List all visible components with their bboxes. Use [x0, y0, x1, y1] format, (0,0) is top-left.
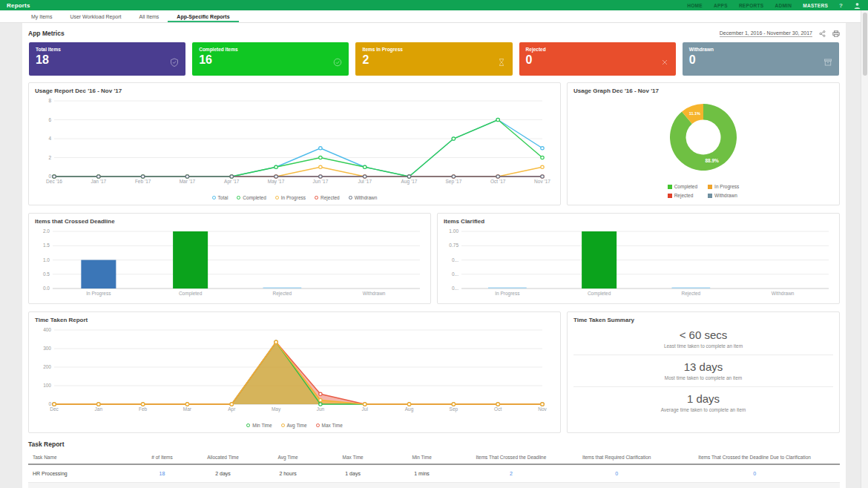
- scrollbar-thumb[interactable]: [863, 13, 867, 76]
- column-header-of-items: # of Items: [134, 451, 191, 464]
- legend-label: Withdrawn: [355, 195, 378, 200]
- legend-label: Avg Time: [287, 423, 307, 428]
- summary-block-1: 13 daysMost time taken to complete an it…: [573, 355, 833, 387]
- time-taken-report-title: Time Taken Report: [35, 317, 554, 323]
- svg-text:4: 4: [48, 136, 51, 141]
- card-value: 16: [199, 53, 342, 67]
- svg-text:Jun: Jun: [317, 406, 325, 412]
- metric-card-withdrawn[interactable]: Withdrawn0: [683, 42, 839, 76]
- svg-text:May '17: May '17: [268, 179, 285, 185]
- legend-swatch: [668, 194, 672, 198]
- legend-label: Min Time: [252, 423, 272, 428]
- summary-block-2: 1 daysAverage time taken to complete an …: [573, 387, 833, 418]
- column-header-min-time: Min Time: [385, 451, 458, 464]
- nav-item-masters[interactable]: MASTERS: [803, 3, 828, 8]
- legend-item-in-progress[interactable]: In Progress: [275, 195, 306, 200]
- legend-item-completed[interactable]: Completed: [668, 184, 697, 189]
- svg-text:Oct '17: Oct '17: [490, 179, 506, 184]
- crossed-deadline-panel: Items that Crossed Deadline 0.00.51.01.5…: [28, 213, 431, 304]
- legend-swatch: [246, 423, 250, 427]
- shield-icon: [170, 56, 179, 70]
- content-panel: App Metrics December 1, 2016 - November …: [22, 23, 846, 488]
- nav-item-apps[interactable]: APPS: [714, 3, 728, 8]
- legend-label: Total: [218, 195, 228, 200]
- user-icon[interactable]: [854, 2, 861, 9]
- svg-text:0.75: 0.75: [449, 243, 458, 248]
- svg-text:300: 300: [43, 346, 51, 351]
- print-icon[interactable]: [832, 30, 840, 37]
- tab-all-items[interactable]: All Items: [131, 10, 168, 22]
- table-row: HR Processing182 days2 hours1 days1 mins…: [28, 464, 840, 483]
- svg-text:May: May: [272, 406, 281, 412]
- svg-text:400: 400: [43, 327, 51, 332]
- svg-text:Sep: Sep: [450, 406, 458, 412]
- summary-value: 1 days: [573, 392, 833, 405]
- table-cell-link[interactable]: 0: [669, 464, 840, 483]
- metric-card-completed-items[interactable]: Completed Items16: [192, 42, 349, 76]
- column-header-task-name: Task Name: [28, 451, 134, 464]
- legend-item-rejected[interactable]: Rejected: [315, 195, 340, 200]
- legend-item-completed[interactable]: Completed: [237, 195, 266, 200]
- table-cell: 1 days: [320, 464, 386, 483]
- svg-text:Rejected: Rejected: [273, 291, 292, 297]
- legend-swatch: [349, 196, 352, 200]
- svg-text:0.0: 0.0: [43, 286, 50, 291]
- card-value: 2: [362, 53, 505, 67]
- svg-text:0...: 0...: [452, 271, 458, 277]
- legend-label: Rejected: [320, 195, 340, 200]
- time-taken-summary-panel: Time Taken Summary < 60 secsLeast time t…: [567, 311, 840, 433]
- tab-user-workload-report[interactable]: User Workload Report: [61, 10, 130, 22]
- usage-graph-donut-chart: 88.9%11.1%: [573, 96, 833, 178]
- legend-item-min-time[interactable]: Min Time: [246, 423, 272, 428]
- tab-my-items[interactable]: My Items: [22, 10, 61, 22]
- column-header-avg-time: Avg Time: [255, 451, 320, 464]
- legend-swatch: [212, 196, 216, 200]
- crossed-deadline-title: Items that Crossed Deadline: [35, 218, 424, 225]
- time-taken-row: Time Taken Report 0100200300400DecJanFeb…: [28, 311, 840, 433]
- svg-text:11.1%: 11.1%: [689, 111, 700, 116]
- legend-item-total[interactable]: Total: [212, 195, 228, 200]
- metric-card-total-items[interactable]: Total Items18: [29, 42, 185, 76]
- usage-report-panel: Usage Report Dec '16 - Nov '17 02468Dec …: [28, 82, 561, 205]
- card-label: Rejected: [526, 47, 669, 52]
- table-cell-link[interactable]: 0: [564, 464, 669, 483]
- svg-text:Apr: Apr: [228, 406, 236, 412]
- legend-item-withdrawn[interactable]: Withdrawn: [708, 193, 739, 198]
- legend-swatch: [237, 196, 240, 200]
- legend-item-max-time[interactable]: Max Time: [316, 423, 343, 428]
- metric-card-rejected[interactable]: Rejected0: [519, 42, 676, 76]
- legend-item-withdrawn[interactable]: Withdrawn: [349, 195, 378, 200]
- table-cell-link[interactable]: 18: [134, 464, 191, 483]
- summary-value: < 60 secs: [573, 329, 833, 341]
- svg-text:100: 100: [43, 383, 51, 388]
- share-icon[interactable]: [819, 30, 826, 37]
- legend-item-rejected[interactable]: Rejected: [668, 193, 697, 198]
- nav-item-reports[interactable]: REPORTS: [739, 3, 764, 8]
- page-title: App Metrics: [28, 30, 65, 37]
- column-header-allocated-time: Allocated Time: [191, 451, 256, 464]
- nav-item-home[interactable]: HOME: [687, 3, 703, 8]
- help-icon[interactable]: ?: [839, 2, 843, 9]
- metric-card-items-in-progress[interactable]: Items In Progress2: [355, 42, 512, 76]
- svg-text:Jun '17: Jun '17: [313, 179, 329, 184]
- legend-item-avg-time[interactable]: Avg Time: [281, 423, 307, 428]
- table-next-row-strip: [28, 483, 840, 488]
- items-clarified-panel: Items Clarified 0...0...0...0.751.00In P…: [437, 213, 840, 304]
- legend-item-in-progress[interactable]: In Progress: [708, 184, 739, 189]
- tab-app-specific-reports[interactable]: App-Specific Reports: [168, 10, 238, 22]
- hourglass-icon: [497, 56, 506, 70]
- legend-swatch: [275, 196, 279, 200]
- card-label: Items In Progress: [362, 47, 505, 52]
- table-cell-link[interactable]: 2: [458, 464, 564, 483]
- top-nav: HOMEAPPSREPORTSADMINMASTERS ?: [687, 2, 861, 9]
- date-range-picker[interactable]: December 1, 2016 - November 30, 2017: [720, 30, 812, 37]
- svg-text:1.00: 1.00: [449, 228, 458, 234]
- legend-label: Rejected: [674, 193, 694, 198]
- time-taken-summary-blocks: < 60 secsLeast time taken to complete an…: [573, 323, 833, 418]
- svg-text:Sep '17: Sep '17: [445, 179, 461, 185]
- legend-label: Completed: [674, 184, 697, 189]
- nav-item-admin[interactable]: ADMIN: [775, 3, 792, 8]
- svg-text:88.9%: 88.9%: [705, 158, 719, 163]
- vertical-scrollbar[interactable]: [861, 10, 868, 488]
- svg-text:In Progress: In Progress: [495, 291, 520, 297]
